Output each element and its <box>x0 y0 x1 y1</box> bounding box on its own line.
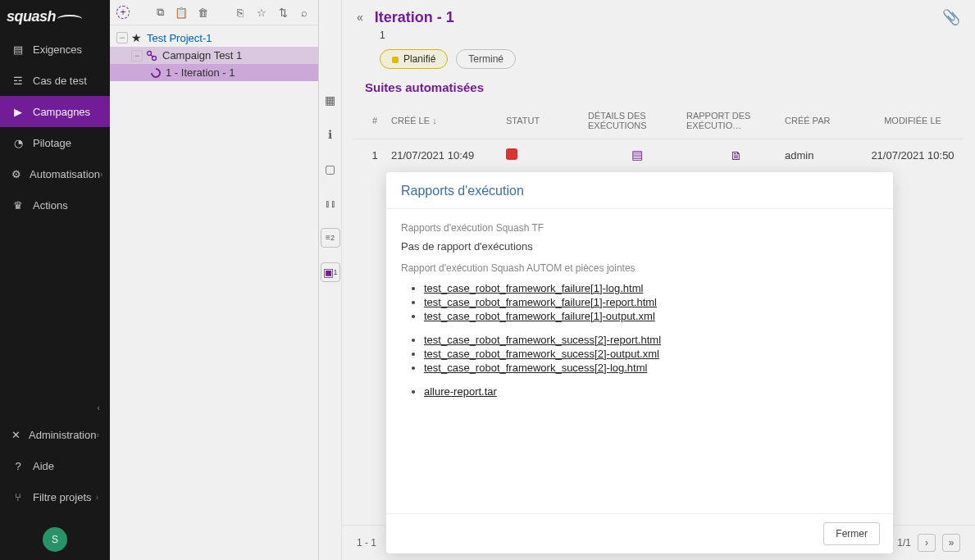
execution-reports-dialog: Rapports d'exécution Rapports d'exécutio… <box>386 172 893 553</box>
section-tf-heading: Rapports d'exécution Squash TF <box>401 222 878 234</box>
report-link[interactable]: test_case_robot_framework_failure[1]-out… <box>424 310 655 322</box>
dialog-title: Rapports d'exécution <box>386 172 893 209</box>
list-item: test_case_robot_framework_failure[1]-log… <box>424 282 878 294</box>
report-link[interactable]: test_case_robot_framework_sucess[2]-repo… <box>424 334 661 346</box>
list-item: test_case_robot_framework_sucess[2]-outp… <box>424 348 878 360</box>
no-report-text: Pas de rapport d'exécutions <box>401 240 878 253</box>
report-link[interactable]: test_case_robot_framework_failure[1]-log… <box>424 282 643 294</box>
section-autom-heading: Rapport d'exécution Squash AUTOM et pièc… <box>401 262 878 274</box>
dialog-footer: Fermer <box>386 513 893 553</box>
report-list-allure: allure-report.tar <box>401 385 878 398</box>
list-item: test_case_robot_framework_sucess[2]-repo… <box>424 334 878 346</box>
list-item: test_case_robot_framework_sucess[2]-log.… <box>424 362 878 374</box>
list-item: allure-report.tar <box>424 385 878 398</box>
report-link[interactable]: test_case_robot_framework_sucess[2]-outp… <box>424 348 659 360</box>
close-button[interactable]: Fermer <box>823 522 880 545</box>
report-link[interactable]: test_case_robot_framework_sucess[2]-log.… <box>424 362 647 374</box>
list-item: test_case_robot_framework_failure[1]-rep… <box>424 296 878 308</box>
report-list-failure: test_case_robot_framework_failure[1]-log… <box>401 282 878 322</box>
report-link[interactable]: allure-report.tar <box>424 385 497 398</box>
dialog-body: Rapports d'exécution Squash TF Pas de ra… <box>386 209 893 513</box>
report-list-success: test_case_robot_framework_sucess[2]-repo… <box>401 334 878 374</box>
list-item: test_case_robot_framework_failure[1]-out… <box>424 310 878 322</box>
report-link[interactable]: test_case_robot_framework_failure[1]-rep… <box>424 296 657 308</box>
